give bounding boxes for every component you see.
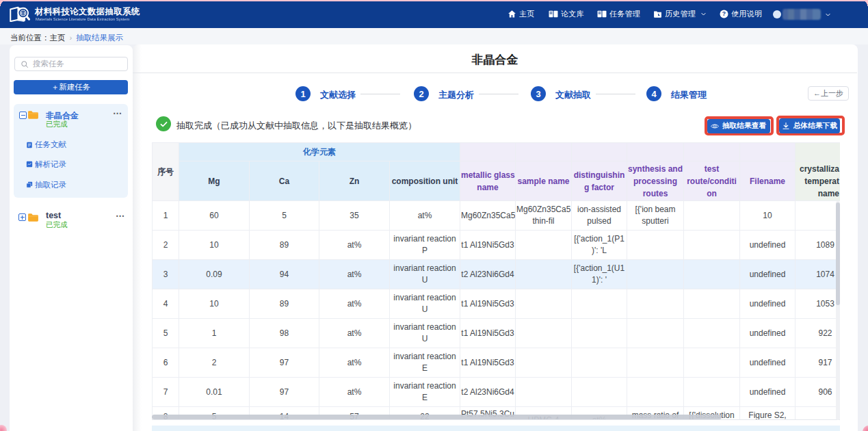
svg-text:?: ? xyxy=(722,10,726,17)
